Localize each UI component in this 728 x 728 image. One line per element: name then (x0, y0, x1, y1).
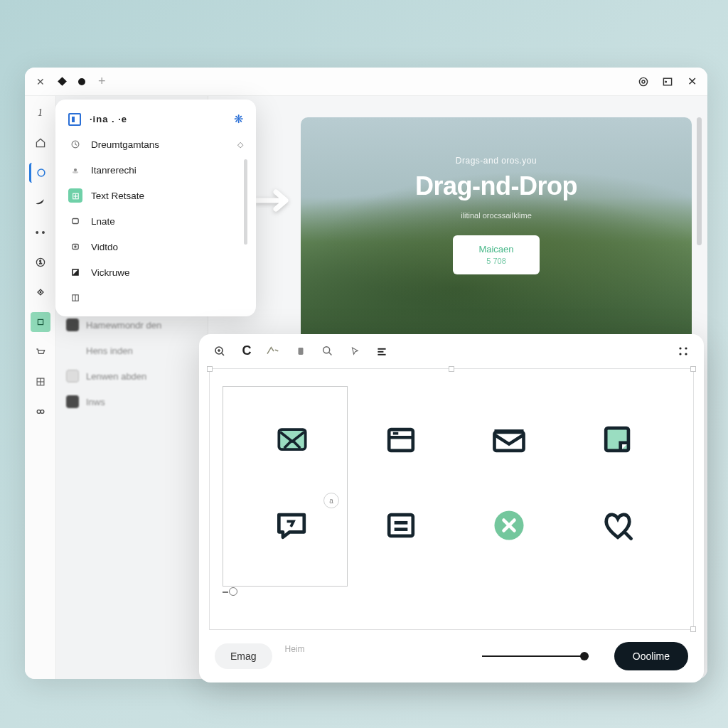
icon-list[interactable] (380, 504, 422, 547)
hero-tagline: Drags-and oros.you (456, 156, 537, 166)
tool-cart-icon[interactable] (31, 342, 50, 362)
tag-chip[interactable]: Emag (215, 643, 272, 669)
popover-item[interactable]: Vidtdo (55, 234, 256, 259)
picker-footer: Emag Heim Ooolime (199, 630, 704, 682)
list-item[interactable]: Lenwen abden (56, 363, 208, 389)
tool-diamond-icon[interactable] (31, 282, 50, 302)
eyedrop-icon[interactable] (320, 343, 336, 359)
refresh-icon[interactable]: C (239, 343, 255, 359)
icon-close-circle[interactable] (488, 504, 530, 547)
svg-point-1 (642, 80, 645, 83)
icon-heart[interactable] (596, 504, 639, 547)
svg-point-14 (41, 410, 44, 414)
dot-icon (68, 163, 82, 177)
tool-number-icon[interactable]: 1 (31, 252, 50, 272)
selection-knob-icon[interactable] (229, 587, 237, 596)
svg-rect-33 (279, 429, 306, 449)
svg-rect-24 (299, 348, 304, 355)
popover-item[interactable]: ⊞ Text Retsate (55, 183, 256, 208)
expand-icon[interactable] (675, 343, 691, 359)
component-popover: ·ina . ·e ❋ Dreumtgamtans ◇ Itanrerechi … (55, 100, 256, 316)
svg-point-0 (639, 77, 647, 85)
tool-frame-icon[interactable] (31, 312, 50, 332)
hero-cta-button[interactable]: Maicaen 5 708 (453, 235, 539, 274)
popover-item[interactable] (55, 285, 256, 311)
popover-scrollbar[interactable] (244, 159, 247, 245)
zoom-icon[interactable] (212, 343, 228, 359)
menu-icon[interactable] (374, 343, 390, 359)
footer-hint: Heim (285, 644, 305, 654)
popover-item[interactable]: Vickruwe (55, 259, 256, 285)
svg-point-30 (685, 347, 687, 349)
archive-icon[interactable] (293, 343, 309, 359)
titlebar: ✕ + ✕ (25, 68, 707, 96)
tool-grid-icon[interactable] (31, 372, 50, 392)
icon-chat[interactable] (271, 504, 314, 547)
popover-title: ·ina . ·e (90, 114, 127, 124)
sparkle-icon[interactable]: ❋ (234, 112, 243, 126)
resize-handle[interactable] (690, 626, 696, 632)
tab-close-icon[interactable]: ✕ (35, 76, 46, 87)
svg-point-31 (679, 353, 681, 355)
list-item[interactable]: Inws (56, 389, 208, 414)
tab-add-icon[interactable]: + (98, 74, 106, 89)
tool-text-icon[interactable]: 1 (31, 103, 50, 123)
resize-handle[interactable] (690, 366, 696, 372)
video-icon (68, 240, 82, 254)
svg-rect-36 (393, 432, 398, 435)
svg-point-16 (74, 168, 77, 171)
chevron-icon: ◇ (237, 140, 243, 149)
svg-text:1: 1 (39, 259, 42, 265)
toolstrip: 1 • • 1 (25, 96, 56, 679)
window-icon[interactable] (662, 76, 673, 87)
panel-icon (68, 113, 81, 126)
grid-icon (68, 291, 82, 305)
icon-envelope[interactable] (488, 419, 530, 461)
box-icon (68, 214, 82, 228)
svg-point-32 (685, 353, 687, 355)
picker-canvas[interactable]: a (209, 368, 694, 630)
svg-rect-38 (495, 429, 524, 434)
tab-circle-icon[interactable] (78, 78, 85, 85)
tab-diamond-icon[interactable] (58, 77, 67, 86)
hero-title: Drag-nd-Drop (415, 171, 577, 201)
icon-picker-panel: C a (199, 334, 704, 682)
icon-mail-x[interactable] (271, 419, 314, 461)
list-item[interactable]: Hens inden (56, 338, 208, 363)
popover-item[interactable]: Itanrerechi (55, 157, 256, 183)
arrow-icon (255, 188, 297, 216)
size-slider[interactable] (482, 655, 589, 657)
tool-pen-icon[interactable] (31, 193, 50, 213)
icon-sticky[interactable] (596, 419, 639, 461)
svg-point-17 (73, 171, 78, 173)
icon-window[interactable] (380, 419, 422, 461)
close-window-icon[interactable]: ✕ (686, 76, 697, 87)
tool-link-icon[interactable] (31, 402, 50, 422)
text-icon: ⊞ (68, 188, 82, 203)
pen-tool-icon[interactable] (266, 343, 282, 359)
hero-block[interactable]: Drags-and oros.you Drag-nd-Drop ilitinal… (301, 117, 692, 345)
tool-circle-icon[interactable] (29, 163, 49, 183)
svg-point-8 (39, 291, 41, 294)
tool-more-icon[interactable]: • • (31, 223, 50, 242)
svg-rect-40 (389, 515, 413, 536)
shape-icon (68, 265, 82, 279)
popover-item[interactable]: Lnate (55, 208, 256, 234)
confirm-button[interactable]: Ooolime (614, 642, 688, 670)
resize-handle[interactable] (449, 366, 454, 372)
popover-item[interactable]: Dreumtgamtans ◇ (55, 132, 256, 157)
scrollbar[interactable] (697, 117, 702, 245)
svg-point-25 (323, 346, 330, 353)
svg-point-3 (665, 81, 667, 82)
cursor-icon[interactable] (347, 343, 363, 359)
clock-icon (68, 137, 82, 151)
tool-home-icon[interactable] (31, 133, 50, 153)
svg-rect-18 (73, 219, 78, 224)
svg-point-13 (37, 410, 41, 414)
picker-toolbar: C (199, 334, 704, 368)
svg-rect-39 (606, 428, 628, 451)
help-icon[interactable] (638, 76, 649, 87)
svg-point-4 (38, 169, 45, 176)
hero-subtitle: ilitinal orocssailklime (461, 211, 532, 220)
resize-handle[interactable] (207, 366, 213, 372)
